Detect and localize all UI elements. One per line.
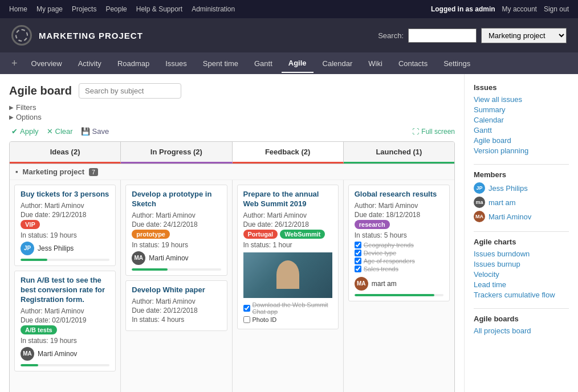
- list-cb-3[interactable]: [355, 258, 361, 264]
- kanban-board: Ideas (2) In Progress (2) Feedback (2) L…: [9, 141, 455, 392]
- sidebar-issues-section: Issues View all issues Summary Calendar …: [474, 83, 569, 155]
- subnav-spenttime[interactable]: Spent time: [196, 55, 245, 72]
- sidebar-version-planning[interactable]: Version planning: [474, 146, 569, 155]
- card-ideas-2[interactable]: Run A/B test to see the best conversion …: [14, 271, 116, 371]
- top-nav-right: Logged in as admin My account Sign out: [431, 5, 569, 13]
- add-icon[interactable]: +: [7, 58, 22, 70]
- my-account-link[interactable]: My account: [502, 5, 537, 13]
- card-title: Global research results: [355, 190, 443, 199]
- card-inprogress-2[interactable]: Develop White paper Author: Marti Aminov…: [125, 280, 227, 331]
- member-name-3[interactable]: Marti Aminov: [489, 213, 531, 221]
- header-left: MARKETING PROJECT: [11, 25, 143, 46]
- apply-check-icon: ✔: [11, 127, 18, 136]
- card-author: Author: Marti Aminov: [355, 202, 443, 210]
- sidebar-lead-time[interactable]: Lead time: [474, 280, 569, 289]
- card-title: Develop a prototype in Sketch: [132, 190, 221, 209]
- list-cb-1[interactable]: [355, 242, 361, 248]
- sidebar: Issues View all issues Summary Calendar …: [464, 74, 578, 392]
- project-label-row: ▪ Marketing project 7: [10, 164, 454, 180]
- project-title: MARKETING PROJECT: [39, 31, 143, 40]
- nav-help[interactable]: Help & Support: [136, 5, 182, 13]
- nav-people[interactable]: People: [105, 5, 127, 13]
- project-dropdown[interactable]: Marketing project: [481, 28, 567, 43]
- list-label-1: Geography trends: [364, 242, 414, 248]
- card-status: In status: 5 hours: [355, 231, 443, 239]
- nav-home[interactable]: Home: [9, 5, 27, 13]
- avatar: MA: [132, 251, 145, 265]
- card-footer: MA Marti Aminov: [21, 347, 109, 361]
- avatar: MA: [355, 277, 368, 291]
- agile-charts-title: Agile charts: [474, 238, 569, 246]
- card-title: Run A/B test to see the best conversion …: [21, 276, 109, 305]
- subnav-issues[interactable]: Issues: [158, 55, 194, 72]
- card-image: rgrethe Vestager: [243, 252, 332, 298]
- subnav-activity[interactable]: Activity: [71, 55, 108, 72]
- kanban-header: Ideas (2) In Progress (2) Feedback (2) L…: [10, 142, 454, 164]
- card-tags: Portugal WebSummit: [243, 230, 332, 239]
- subnav-agile[interactable]: Agile: [282, 54, 314, 73]
- card-tags: research: [355, 220, 443, 229]
- nav-projects[interactable]: Projects: [72, 5, 96, 13]
- sidebar-issues-burnup[interactable]: Issues burnup: [474, 260, 569, 268]
- board-title: Agile board: [9, 84, 72, 97]
- assignee-name: Marti Aminov: [149, 254, 188, 262]
- sidebar-all-projects-board[interactable]: All projects board: [474, 326, 569, 335]
- checkbox-2[interactable]: [243, 316, 250, 323]
- project-badge: 7: [89, 168, 98, 176]
- member-name-1[interactable]: Jess Philips: [489, 184, 528, 193]
- sidebar-velocity[interactable]: Velocity: [474, 270, 569, 279]
- board-search-input[interactable]: [79, 83, 181, 99]
- options-label: Options: [16, 113, 42, 121]
- save-icon: 💾: [81, 127, 90, 136]
- agile-boards-title: Agile boards: [474, 315, 569, 323]
- card-inprogress-1[interactable]: Develop a prototype in Sketch Author: Ma…: [125, 185, 227, 276]
- col-header-inprogress[interactable]: In Progress (2): [121, 142, 232, 164]
- card-launched-1[interactable]: Global research results Author: Marti Am…: [348, 185, 450, 301]
- card-status: In status: 19 hours: [21, 231, 109, 239]
- member-avatar-2: ma: [474, 197, 485, 208]
- subnav-wiki[interactable]: Wiki: [361, 55, 389, 72]
- nav-admin[interactable]: Administration: [192, 5, 235, 13]
- checkbox-label-1: Download the Web Summit Chat app: [253, 301, 332, 315]
- filters-row[interactable]: ▶ Filters: [9, 103, 455, 112]
- subnav-calendar[interactable]: Calendar: [316, 55, 360, 72]
- subnav-overview[interactable]: Overview: [25, 55, 69, 72]
- subnav-settings[interactable]: Settings: [437, 55, 477, 72]
- sidebar-gantt[interactable]: Gantt: [474, 126, 569, 134]
- sidebar-trackers-cumulative[interactable]: Trackers cumulative flow: [474, 291, 569, 299]
- col-header-launched[interactable]: Launched (1): [344, 142, 454, 164]
- list-cb-4[interactable]: [355, 266, 361, 272]
- sidebar-view-all-issues[interactable]: View all issues: [474, 95, 569, 104]
- search-input[interactable]: [408, 28, 477, 43]
- clear-button[interactable]: ✕ Clear: [44, 126, 75, 137]
- kanban-col-launched: Global research results Author: Marti Am…: [344, 180, 454, 392]
- sidebar-issues-burndown[interactable]: Issues burndown: [474, 250, 569, 258]
- logo-inner: [15, 29, 28, 42]
- subnav-gantt[interactable]: Gantt: [247, 55, 279, 72]
- member-name-2[interactable]: mart am: [489, 198, 516, 207]
- apply-button[interactable]: ✔ Apply: [9, 126, 41, 137]
- sign-out-link[interactable]: Sign out: [544, 5, 569, 13]
- card-due: Due date: 29/12/2018: [21, 211, 109, 219]
- col-header-ideas[interactable]: Ideas (2): [10, 142, 121, 164]
- kanban-col-inprogress: Develop a prototype in Sketch Author: Ma…: [121, 180, 232, 392]
- sidebar-agile-board[interactable]: Agile board: [474, 136, 569, 145]
- list-item-3: Age of responders: [355, 258, 443, 264]
- kanban-body: Buy tickets for 3 persons Author: Marti …: [10, 180, 454, 392]
- subnav-contacts[interactable]: Contacts: [392, 55, 434, 72]
- save-button[interactable]: 💾 Save: [79, 126, 112, 137]
- nav-mypage[interactable]: My page: [36, 5, 63, 13]
- list-cb-2[interactable]: [355, 250, 361, 256]
- options-row[interactable]: ▶ Options: [9, 113, 455, 121]
- progress-fill: [132, 268, 168, 271]
- progress-fill: [21, 364, 38, 366]
- subnav-roadmap[interactable]: Roadmap: [111, 55, 156, 72]
- card-feedback-1[interactable]: Prepare to the annual Web Summit 2019 Au…: [237, 185, 339, 329]
- card-ideas-1[interactable]: Buy tickets for 3 persons Author: Marti …: [14, 185, 116, 266]
- fullscreen-button[interactable]: ⛶ Full screen: [412, 128, 455, 136]
- sidebar-calendar[interactable]: Calendar: [474, 116, 569, 124]
- sidebar-summary[interactable]: Summary: [474, 105, 569, 114]
- card-tags: prototype: [132, 230, 221, 239]
- checkbox-1[interactable]: [243, 305, 250, 312]
- col-header-feedback[interactable]: Feedback (2): [233, 142, 344, 164]
